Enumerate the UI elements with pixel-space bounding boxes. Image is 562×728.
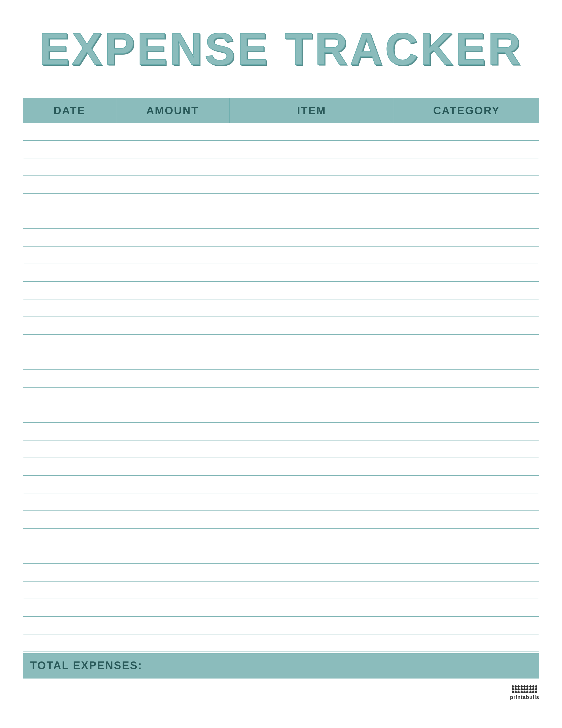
table-cell[interactable] xyxy=(394,282,539,299)
table-cell[interactable] xyxy=(23,370,116,388)
table-cell[interactable] xyxy=(394,476,539,493)
table-cell[interactable] xyxy=(23,176,116,194)
table-cell[interactable] xyxy=(394,317,539,335)
table-cell[interactable] xyxy=(116,617,230,634)
table-cell[interactable] xyxy=(230,317,394,335)
table-cell[interactable] xyxy=(23,564,116,582)
table-cell[interactable] xyxy=(230,582,394,599)
table-row[interactable] xyxy=(23,370,539,388)
table-row[interactable] xyxy=(23,476,539,493)
table-cell[interactable] xyxy=(394,229,539,247)
table-cell[interactable] xyxy=(116,511,230,529)
table-cell[interactable] xyxy=(394,388,539,405)
table-row[interactable] xyxy=(23,211,539,229)
table-cell[interactable] xyxy=(23,617,116,634)
table-cell[interactable] xyxy=(230,211,394,229)
table-cell[interactable] xyxy=(116,458,230,476)
table-cell[interactable] xyxy=(394,299,539,317)
table-cell[interactable] xyxy=(23,264,116,282)
table-cell[interactable] xyxy=(394,194,539,211)
table-cell[interactable] xyxy=(116,123,230,141)
table-row[interactable] xyxy=(23,529,539,546)
table-cell[interactable] xyxy=(23,123,116,141)
table-cell[interactable] xyxy=(23,511,116,529)
table-cell[interactable] xyxy=(23,158,116,176)
table-cell[interactable] xyxy=(394,493,539,511)
table-cell[interactable] xyxy=(230,158,394,176)
table-cell[interactable] xyxy=(23,493,116,511)
table-cell[interactable] xyxy=(230,423,394,440)
table-cell[interactable] xyxy=(230,282,394,299)
table-cell[interactable] xyxy=(116,388,230,405)
table-cell[interactable] xyxy=(394,582,539,599)
table-cell[interactable] xyxy=(230,264,394,282)
table-cell[interactable] xyxy=(394,264,539,282)
table-row[interactable] xyxy=(23,264,539,282)
table-cell[interactable] xyxy=(230,299,394,317)
table-cell[interactable] xyxy=(116,352,230,370)
table-cell[interactable] xyxy=(394,511,539,529)
table-cell[interactable] xyxy=(23,352,116,370)
table-cell[interactable] xyxy=(230,176,394,194)
table-cell[interactable] xyxy=(116,211,230,229)
table-cell[interactable] xyxy=(230,546,394,564)
table-cell[interactable] xyxy=(116,634,230,652)
table-row[interactable] xyxy=(23,564,539,582)
table-cell[interactable] xyxy=(230,564,394,582)
table-row[interactable] xyxy=(23,423,539,440)
table-cell[interactable] xyxy=(23,229,116,247)
table-cell[interactable] xyxy=(394,370,539,388)
table-cell[interactable] xyxy=(230,634,394,652)
table-cell[interactable] xyxy=(394,458,539,476)
table-cell[interactable] xyxy=(116,317,230,335)
table-row[interactable] xyxy=(23,405,539,423)
table-cell[interactable] xyxy=(230,352,394,370)
table-row[interactable] xyxy=(23,299,539,317)
table-cell[interactable] xyxy=(116,194,230,211)
table-row[interactable] xyxy=(23,317,539,335)
table-cell[interactable] xyxy=(230,476,394,493)
table-row[interactable] xyxy=(23,229,539,247)
table-cell[interactable] xyxy=(394,423,539,440)
table-cell[interactable] xyxy=(230,370,394,388)
table-cell[interactable] xyxy=(23,529,116,546)
table-cell[interactable] xyxy=(230,405,394,423)
table-cell[interactable] xyxy=(23,335,116,352)
table-cell[interactable] xyxy=(23,388,116,405)
table-cell[interactable] xyxy=(394,599,539,617)
table-cell[interactable] xyxy=(23,405,116,423)
table-row[interactable] xyxy=(23,158,539,176)
table-cell[interactable] xyxy=(116,335,230,352)
table-cell[interactable] xyxy=(230,141,394,158)
table-cell[interactable] xyxy=(23,440,116,458)
table-cell[interactable] xyxy=(116,599,230,617)
table-cell[interactable] xyxy=(23,194,116,211)
table-row[interactable] xyxy=(23,599,539,617)
table-row[interactable] xyxy=(23,440,539,458)
table-cell[interactable] xyxy=(116,546,230,564)
table-cell[interactable] xyxy=(23,582,116,599)
table-cell[interactable] xyxy=(116,247,230,264)
table-cell[interactable] xyxy=(116,529,230,546)
table-row[interactable] xyxy=(23,352,539,370)
table-cell[interactable] xyxy=(116,229,230,247)
table-cell[interactable] xyxy=(230,529,394,546)
table-cell[interactable] xyxy=(230,493,394,511)
table-cell[interactable] xyxy=(394,617,539,634)
table-cell[interactable] xyxy=(116,370,230,388)
table-cell[interactable] xyxy=(394,529,539,546)
table-cell[interactable] xyxy=(394,440,539,458)
table-cell[interactable] xyxy=(394,247,539,264)
table-cell[interactable] xyxy=(23,247,116,264)
table-row[interactable] xyxy=(23,141,539,158)
table-cell[interactable] xyxy=(23,476,116,493)
table-cell[interactable] xyxy=(23,458,116,476)
table-cell[interactable] xyxy=(116,493,230,511)
table-cell[interactable] xyxy=(230,388,394,405)
table-cell[interactable] xyxy=(230,599,394,617)
table-cell[interactable] xyxy=(394,405,539,423)
table-cell[interactable] xyxy=(116,405,230,423)
table-cell[interactable] xyxy=(116,282,230,299)
table-row[interactable] xyxy=(23,582,539,599)
table-cell[interactable] xyxy=(116,423,230,440)
